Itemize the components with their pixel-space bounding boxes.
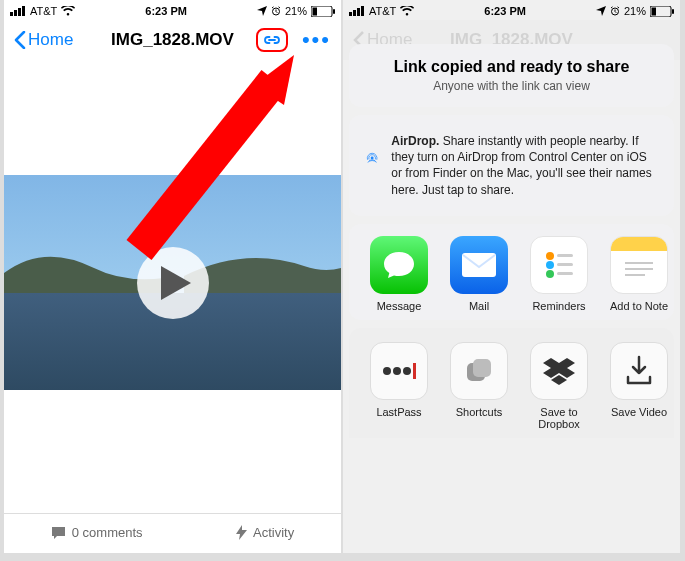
svg-rect-24 (625, 262, 653, 264)
airdrop-bold: AirDrop. (391, 134, 439, 148)
share-app-row[interactable]: Message Mail Reminders Add to Note (349, 224, 674, 320)
svg-rect-21 (557, 254, 573, 257)
svg-rect-25 (625, 268, 653, 270)
reminders-icon (539, 245, 579, 285)
svg-rect-7 (333, 9, 335, 14)
svg-rect-6 (313, 7, 318, 15)
svg-rect-22 (557, 263, 573, 266)
notes-icon (619, 258, 659, 284)
back-button[interactable]: Home (14, 30, 73, 50)
comments-label: 0 comments (72, 525, 143, 540)
battery-pct: 21% (285, 5, 307, 17)
message-icon (382, 250, 416, 280)
svg-rect-30 (413, 363, 416, 379)
share-reminders-label: Reminders (519, 300, 599, 312)
share-message[interactable]: Message (359, 236, 439, 312)
action-shortcuts[interactable]: Shortcuts (439, 342, 519, 430)
bottom-toolbar: 0 comments Activity (4, 513, 341, 551)
action-savevideo[interactable]: Save Video (599, 342, 674, 430)
share-action-row[interactable]: LastPass Shortcuts Save to Dropbox Save … (349, 328, 674, 438)
action-dropbox[interactable]: Save to Dropbox (519, 342, 599, 430)
chevron-left-icon (14, 31, 26, 49)
svg-rect-32 (473, 359, 491, 377)
back-label: Home (28, 30, 73, 50)
nav-bar: Home IMG_1828.MOV ••• (4, 20, 341, 60)
copy-link-button[interactable] (256, 28, 288, 52)
svg-rect-23 (557, 272, 573, 275)
share-mail-label: Mail (439, 300, 519, 312)
action-lastpass-label: LastPass (359, 406, 439, 418)
svg-rect-1 (14, 10, 17, 16)
svg-point-28 (393, 367, 401, 375)
dropbox-icon (542, 356, 576, 386)
left-phone-screen: AT&T 6:23 PM 21% Home IMG_1828.MOV ••• (4, 0, 341, 553)
clock-label: 6:23 PM (145, 5, 187, 17)
more-button[interactable]: ••• (302, 36, 331, 44)
mail-icon (461, 252, 497, 278)
share-header-subtitle: Anyone with the link can view (365, 79, 658, 93)
svg-point-18 (546, 252, 554, 260)
play-icon (161, 266, 191, 300)
shortcuts-icon (462, 354, 496, 388)
activity-label: Activity (253, 525, 294, 540)
airdrop-icon (365, 133, 379, 181)
battery-icon (311, 6, 335, 17)
share-header-card: Link copied and ready to share Anyone wi… (349, 44, 674, 107)
wifi-icon (61, 6, 75, 16)
share-sheet: Link copied and ready to share Anyone wi… (349, 44, 674, 553)
share-reminders[interactable]: Reminders (519, 236, 599, 312)
svg-point-20 (546, 270, 554, 278)
share-message-label: Message (359, 300, 439, 312)
download-icon (624, 355, 654, 387)
carrier-label: AT&T (30, 5, 57, 17)
status-bar: AT&T 6:23 PM 21% (4, 0, 341, 20)
airdrop-text: AirDrop. Share instantly with people nea… (391, 133, 658, 198)
svg-rect-0 (10, 12, 13, 16)
signal-icon (10, 6, 26, 16)
svg-point-16 (371, 156, 374, 159)
bolt-icon (236, 525, 247, 540)
svg-rect-3 (22, 6, 25, 16)
share-notes-label: Add to Note (599, 300, 674, 312)
comments-button[interactable]: 0 comments (51, 525, 143, 540)
comment-icon (51, 526, 66, 540)
svg-point-29 (403, 367, 411, 375)
action-dropbox-label: Save to Dropbox (519, 406, 599, 430)
page-title: IMG_1828.MOV (111, 30, 234, 50)
svg-point-27 (383, 367, 391, 375)
share-header-title: Link copied and ready to share (365, 58, 658, 76)
location-icon (257, 6, 267, 16)
video-thumbnail[interactable] (4, 175, 341, 390)
play-button[interactable] (137, 247, 209, 319)
share-mail[interactable]: Mail (439, 236, 519, 312)
share-notes[interactable]: Add to Note (599, 236, 674, 312)
right-phone-screen: AT&T 6:23 PM 21% Home IMG_1828.MOV 0 com… (343, 0, 680, 553)
alarm-icon (271, 6, 281, 16)
link-icon (262, 32, 282, 48)
airdrop-card[interactable]: AirDrop. Share instantly with people nea… (349, 115, 674, 216)
lastpass-icon (381, 361, 417, 381)
action-lastpass[interactable]: LastPass (359, 342, 439, 430)
activity-button[interactable]: Activity (236, 525, 294, 540)
svg-point-19 (546, 261, 554, 269)
action-savevideo-label: Save Video (599, 406, 674, 418)
svg-rect-2 (18, 8, 21, 16)
svg-rect-26 (625, 274, 645, 276)
svg-rect-17 (462, 253, 496, 277)
action-shortcuts-label: Shortcuts (439, 406, 519, 418)
